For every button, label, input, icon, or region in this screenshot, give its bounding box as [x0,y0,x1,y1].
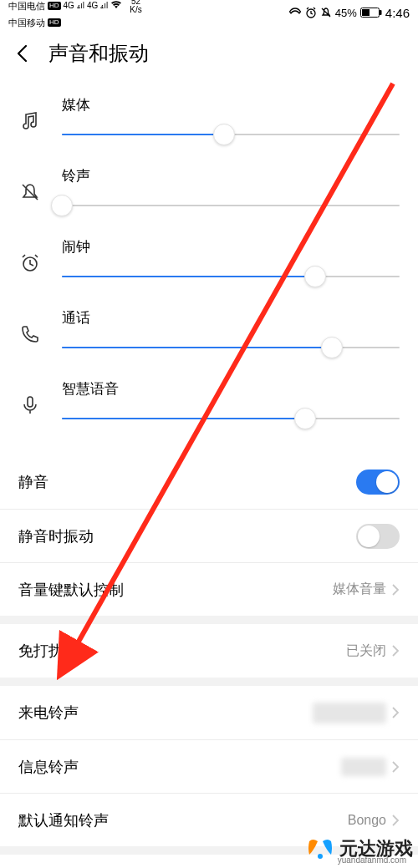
chevron-right-icon [391,706,400,719]
slider-thumb[interactable] [51,195,73,216]
wifi-icon [110,1,122,11]
group-dnd: 免打扰 已关闭 [0,624,418,678]
status-time: 4:46 [385,6,410,20]
alarm-set-icon [305,7,317,18]
toggle-vibrate-silent[interactable] [356,524,400,549]
net-speed-unit: K/s [130,6,141,14]
carrier-2: 中国移动 HD [8,18,61,28]
row-silent-label: 静音 [18,472,48,492]
slider-ring: 铃声 [0,156,418,227]
row-dnd-label: 免打扰 [18,641,64,661]
svg-rect-2 [362,9,370,16]
svg-rect-5 [28,397,33,407]
watermark-logo-icon [306,835,334,863]
row-volume-key-label: 音量键默认控制 [18,580,124,600]
alarm-clock-icon [18,237,42,274]
row-ringtone-msg-label: 信息铃声 [18,757,79,777]
sig-4g-1: 4G [64,1,74,11]
svg-rect-3 [380,10,382,15]
chevron-right-icon [391,644,400,657]
group-ringtones: 来电铃声 卡一卡二卡 信息铃声 Bongo 默认通知铃声 Bongo [0,686,418,846]
slider-alarm-label: 闹钟 [62,237,400,256]
row-ringtone-msg-value: Bongo [341,758,386,776]
slider-alarm-track[interactable] [62,265,400,288]
slider-voice: 智慧语音 [0,369,418,440]
slider-media: 媒体 [0,85,418,156]
row-vibrate-silent[interactable]: 静音时振动 [0,509,418,562]
row-volume-key-value: 媒体音量 [333,581,386,598]
status-left: 中国电信 HD 4G ₄ıl 4G ₄ıl 52 K/s 中国移动 HD [8,0,142,28]
row-vibrate-silent-label: 静音时振动 [18,526,94,546]
page-header: 声音和振动 [0,25,418,82]
slider-thumb[interactable] [304,266,326,287]
chevron-right-icon [391,760,400,774]
row-ringtone-call[interactable]: 来电铃声 卡一卡二卡 [0,686,418,739]
row-ringtone-call-value: 卡一卡二卡 [313,703,386,723]
row-silent[interactable]: 静音 [0,455,418,509]
slider-ring-label: 铃声 [62,166,400,185]
watermark: 元达游戏 yuandafanmd.com [306,835,413,863]
slider-ring-track[interactable] [62,194,400,217]
row-dnd[interactable]: 免打扰 已关闭 [0,624,418,678]
slider-thumb[interactable] [321,337,343,358]
chevron-right-icon [391,814,400,827]
row-ringtone-def-label: 默认通知铃声 [18,810,109,830]
battery-pct: 45% [335,7,357,19]
eye-comfort-icon [288,8,302,18]
watermark-url: yuandafanmd.com [338,855,406,865]
slider-media-track[interactable] [62,123,400,146]
slider-voice-label: 智慧语音 [62,379,400,398]
back-button[interactable] [12,43,33,64]
phone-icon [18,308,42,345]
battery-icon [360,8,382,18]
hd-badge-1: HD [48,2,61,10]
row-ringtone-msg[interactable]: 信息铃声 Bongo [0,739,418,793]
carrier-1-name: 中国电信 [8,1,45,11]
mute-icon [320,7,332,18]
net-speed: 52 K/s [130,0,141,14]
sig-4g-2: 4G [87,1,98,11]
svg-point-7 [318,854,323,859]
hd-badge-2: HD [48,18,61,27]
status-right: 45% 4:46 [288,6,410,20]
toggle-silent[interactable] [356,470,400,495]
carrier-2-name: 中国移动 [8,18,45,28]
row-volume-key[interactable]: 音量键默认控制 媒体音量 [0,562,418,616]
slider-voice-track[interactable] [62,407,400,430]
microphone-icon [18,379,42,416]
slider-call: 通话 [0,298,418,369]
slider-call-label: 通话 [62,308,400,327]
row-ringtone-def-value: Bongo [348,813,386,828]
status-bar: 中国电信 HD 4G ₄ıl 4G ₄ıl 52 K/s 中国移动 HD [0,0,418,25]
group-silent: 静音 静音时振动 音量键默认控制 媒体音量 [0,455,418,616]
slider-thumb[interactable] [213,124,235,145]
slider-thumb[interactable] [294,408,316,429]
music-note-icon [18,95,42,132]
row-ringtone-call-label: 来电铃声 [18,703,79,723]
slider-media-label: 媒体 [62,95,400,114]
slider-call-track[interactable] [62,336,400,359]
carrier-1: 中国电信 HD 4G ₄ıl 4G ₄ıl 52 K/s [8,0,142,14]
slider-alarm: 闹钟 [0,227,418,298]
bell-mute-icon [18,166,42,203]
page-title: 声音和振动 [48,40,149,67]
sliders-section: 媒体 铃声 闹钟 [0,82,418,455]
row-dnd-value: 已关闭 [346,642,386,660]
chevron-right-icon [391,583,400,596]
